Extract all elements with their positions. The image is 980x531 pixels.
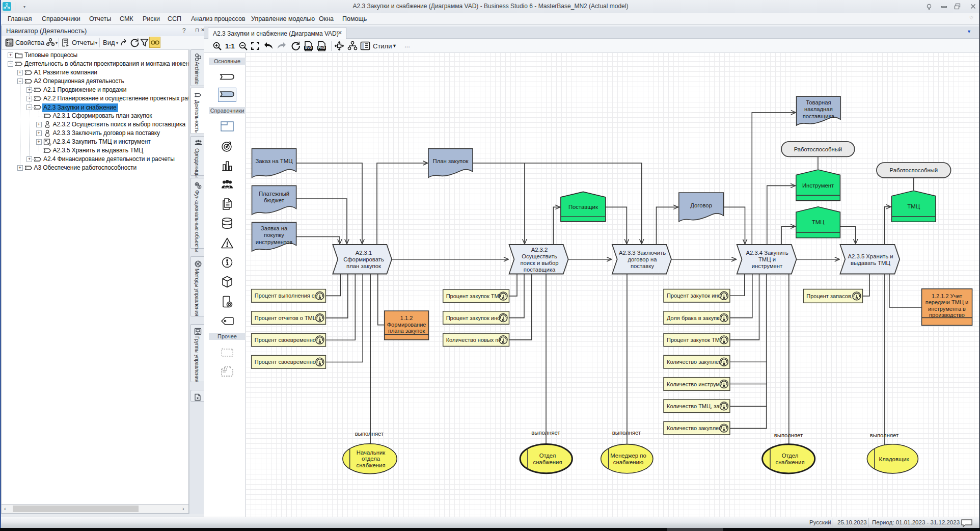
svg-text:поиск и выбор: поиск и выбор: [520, 260, 558, 266]
svg-text:Осуществить: Осуществить: [522, 253, 557, 259]
svg-text:выполняет: выполняет: [355, 431, 384, 437]
svg-text:снабжению: снабжению: [613, 459, 643, 465]
svg-text:А2.3.4 Закупить: А2.3.4 Закупить: [746, 250, 788, 256]
svg-text:инструмента в: инструмента в: [928, 306, 966, 312]
svg-text:снабжения: снабжения: [356, 462, 385, 468]
svg-text:А2.3.5 Хранить и: А2.3.5 Хранить и: [848, 253, 893, 259]
svg-text:Отдел: Отдел: [539, 453, 556, 459]
svg-text:Процент отчетов о ТМЦ: Процент отчетов о ТМЦ: [255, 315, 317, 321]
svg-text:А2.3.2: А2.3.2: [531, 247, 548, 253]
svg-text:поставщика: поставщика: [524, 267, 556, 273]
svg-text:отдела: отдела: [362, 456, 380, 462]
svg-text:передачи ТМЦ и: передачи ТМЦ и: [925, 299, 969, 305]
svg-text:Платежный: Платежный: [259, 191, 289, 197]
svg-text:Поставщик: Поставщик: [568, 204, 598, 210]
svg-text:Товарная: Товарная: [806, 99, 831, 105]
svg-text:выполняет: выполняет: [870, 432, 899, 438]
svg-text:ТМЦ: ТМЦ: [812, 219, 825, 225]
svg-text:Количество новых по: Количество новых по: [446, 337, 502, 343]
svg-text:Количество закуплен: Количество закуплен: [667, 425, 722, 431]
svg-text:выдавать ТМЦ: выдавать ТМЦ: [851, 260, 890, 266]
svg-text:Процент своевременно в: Процент своевременно в: [255, 359, 320, 365]
svg-text:инструментов: инструментов: [256, 239, 293, 245]
svg-text:Процент закупок ТМЦ: Процент закупок ТМЦ: [446, 293, 503, 299]
svg-text:выполняет: выполняет: [774, 432, 803, 438]
svg-text:Процент своевременно з: Процент своевременно з: [255, 337, 320, 343]
svg-text:Процент запасов, з: Процент запасов, з: [806, 293, 857, 299]
svg-text:Отдел: Отдел: [782, 453, 799, 459]
svg-text:1.2.1.2 Учет: 1.2.1.2 Учет: [932, 293, 962, 299]
svg-text:Процент выполнения сро: Процент выполнения сро: [255, 293, 321, 299]
svg-text:Заказ на ТМЦ: Заказ на ТМЦ: [255, 158, 293, 164]
svg-text:Количество ТМЦ, зак: Количество ТМЦ, зак: [667, 403, 722, 409]
svg-text:Доля брака в закупка: Доля брака в закупка: [667, 315, 723, 321]
svg-text:поставщика: поставщика: [803, 113, 835, 119]
svg-text:ТМЦ и: ТМЦ и: [758, 256, 776, 262]
svg-text:производство: производство: [929, 312, 965, 318]
svg-text:PNG: PNG: [318, 46, 325, 49]
svg-text:Процент закупок инст: Процент закупок инст: [667, 293, 723, 299]
svg-text:план закупок: план закупок: [346, 263, 381, 269]
svg-text:выполняет: выполняет: [531, 430, 560, 436]
svg-text:инструмент: инструмент: [752, 263, 783, 269]
svg-text:Начальник: Начальник: [357, 449, 385, 456]
svg-text:Работоспособный: Работоспособный: [890, 167, 938, 173]
svg-text:Кладовщик: Кладовщик: [879, 456, 909, 462]
svg-text:бюджет: бюджет: [264, 197, 284, 203]
svg-text:А2.3.3 Заключить: А2.3.3 Заключить: [619, 250, 666, 256]
svg-text:Работоспособный: Работоспособный: [794, 146, 842, 152]
svg-text:А2.3.1: А2.3.1: [356, 250, 372, 256]
svg-text:накладная: накладная: [804, 106, 833, 112]
svg-text:плана закупок: плана закупок: [388, 328, 425, 334]
svg-text:поставку: поставку: [631, 263, 654, 269]
svg-text:План закупок: План закупок: [433, 158, 469, 164]
svg-text:Процент закупок ТМЦ: Процент закупок ТМЦ: [667, 337, 724, 343]
svg-text:Инструмент: Инструмент: [802, 182, 834, 189]
svg-text:Заявка на: Заявка на: [261, 225, 288, 231]
svg-text:Сформировать: Сформировать: [343, 256, 384, 262]
svg-text:1.1.2: 1.1.2: [400, 315, 413, 321]
svg-text:покупку: покупку: [264, 232, 284, 238]
svg-text:снабжения: снабжения: [533, 459, 562, 465]
svg-text:Менеджер по: Менеджер по: [610, 453, 646, 459]
svg-text:Количество закуплен: Количество закуплен: [667, 359, 722, 365]
svg-text:выполняет: выполняет: [612, 430, 641, 436]
svg-text:Договор: Договор: [690, 202, 712, 208]
svg-text:Количество инструме: Количество инструме: [667, 381, 723, 387]
svg-text:Формирование: Формирование: [387, 322, 426, 328]
svg-text:снабжения: снабжения: [775, 459, 804, 465]
svg-text:ТМЦ: ТМЦ: [907, 203, 920, 209]
svg-text:Процент закупок инст: Процент закупок инст: [446, 315, 503, 321]
svg-text:договор на: договор на: [628, 256, 657, 262]
svg-text:SVG: SVG: [305, 46, 312, 49]
